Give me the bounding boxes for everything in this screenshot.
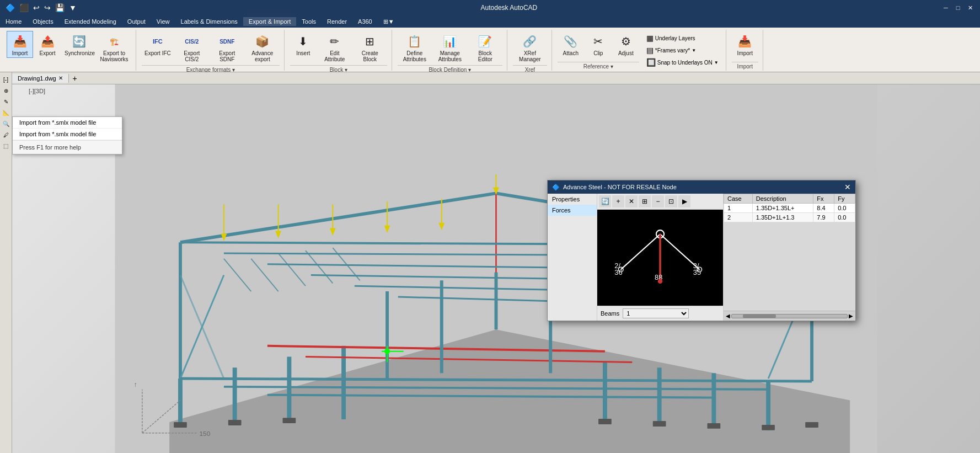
as-scrollbar: ◀ ▶	[724, 311, 855, 321]
as-right-panel: Case Description Fx Fy 1 1.35D+1.35L+ 8.…	[723, 194, 855, 321]
insert-icon: ⬇	[294, 33, 312, 50]
table-row[interactable]: 1 1.35D+1.35L+ 8.4 0.0	[724, 204, 855, 213]
app-icon: 🔷	[4, 2, 16, 13]
lt-button-4[interactable]: 📐	[1, 108, 11, 118]
scroll-left-button[interactable]: ◀	[725, 313, 731, 319]
lt-button-6[interactable]: 🖊	[1, 130, 11, 140]
export-icon: 📤	[39, 33, 56, 50]
undo-button[interactable]: ↩	[32, 2, 41, 13]
synchronize-button[interactable]: 🔄 Synchronize	[62, 31, 96, 58]
menu-labels-dimensions[interactable]: Labels & Dimensions	[175, 17, 243, 26]
clip-button[interactable]: ✂ Clip	[585, 31, 612, 58]
as-add-btn[interactable]: +	[612, 195, 624, 207]
menu-extended-modeling[interactable]: Extended Modeling	[59, 17, 122, 26]
manage-attributes-button[interactable]: 📊 Manage Attributes	[433, 31, 467, 64]
svg-rect-66	[762, 425, 775, 430]
ribbon-group-exchange-items: IFC Export IFC CIS/2 Export CIS/2 SDNF E…	[142, 31, 280, 64]
xref-manager-button[interactable]: 🔗 XRef Manager	[513, 31, 547, 64]
cad-viewport[interactable]: Drawing1.dwg ✕ + Import from *.smlx mode…	[12, 72, 980, 453]
ribbon-group-import-right: 📥 Import Import	[727, 30, 763, 71]
as-forces-item[interactable]: Forces	[548, 205, 597, 216]
as-collapse-btn[interactable]: −	[652, 195, 664, 207]
tab-drawing[interactable]: Drawing1.dwg ✕	[12, 74, 69, 83]
scrollbar-thumb[interactable]	[743, 315, 776, 318]
export-navisworks-button[interactable]: 🏗️ Export to Navisworks	[97, 31, 131, 64]
new-button[interactable]: ⬛	[18, 2, 30, 13]
export-sdnf-button[interactable]: SDNF Export SDNF	[210, 31, 244, 64]
attach-button[interactable]: 📎 Attach	[558, 31, 584, 58]
snap-underlays-button[interactable]: 🔲 Snap to Underlays ON ▼	[644, 57, 721, 68]
ribbon: 📥 Import 📤 Export 🔄 Synchronize 🏗️ Expor…	[0, 28, 980, 72]
svg-rect-60	[174, 422, 187, 428]
menu-a360[interactable]: A360	[352, 17, 378, 26]
insert-button[interactable]: ⬇ Insert	[290, 31, 317, 58]
export-navisworks-icon: 🏗️	[105, 33, 123, 50]
underlay-layers-button[interactable]: ▦ Underlay Layers	[644, 33, 721, 44]
menu-view[interactable]: View	[151, 17, 175, 26]
lt-button-3[interactable]: ✎	[1, 97, 11, 106]
lt-button-1[interactable]: [-]	[1, 74, 11, 84]
as-delete-btn[interactable]: ✕	[625, 195, 638, 207]
as-forces-table: Case Description Fx Fy 1 1.35D+1.35L+ 8.…	[724, 194, 855, 222]
ribbon-group-block-def: 📋 Define Attributes 📊 Manage Attributes …	[393, 30, 507, 71]
lt-button-5[interactable]: 🔍	[1, 119, 11, 129]
block-editor-button[interactable]: 📝 Block Editor	[468, 31, 502, 64]
import-smlx-1-option[interactable]: Import from *.smlx model file	[13, 117, 122, 129]
underlay-layers-icon: ▦	[646, 34, 654, 42]
tabbar: Drawing1.dwg ✕ +	[12, 72, 980, 84]
edit-attribute-button[interactable]: ✏ Edit Attribute	[318, 31, 352, 64]
as-expand-btn[interactable]: ⊞	[639, 195, 651, 207]
export-button[interactable]: 📤 Export	[34, 31, 61, 58]
advance-export-button[interactable]: 📦 Advance export	[245, 31, 280, 64]
left-toolbar: [-] ⊕ ✎ 📐 🔍 🖊 ⬚	[0, 72, 12, 453]
lt-button-7[interactable]: ⬚	[1, 141, 11, 151]
quick-access-toolbar: 🔷 ⬛ ↩ ↪ 💾 ▼	[4, 2, 78, 13]
as-dialog-body: Properties Forces 🔄 + ✕ ⊞ − ⊡ ▶	[548, 194, 855, 321]
scroll-right-button[interactable]: ▶	[848, 313, 854, 319]
svg-rect-67	[805, 422, 818, 428]
as-refresh-btn[interactable]: 🔄	[599, 195, 611, 207]
redo-button[interactable]: ↪	[43, 2, 52, 13]
import-button[interactable]: 📥 Import	[7, 31, 33, 58]
ribbon-group-main-items: 📥 Import 📤 Export 🔄 Synchronize 🏗️ Expor…	[7, 31, 131, 70]
col-fx: Fx	[813, 194, 834, 204]
reference-label: Reference ▾	[558, 62, 639, 70]
define-attributes-button[interactable]: 📋 Define Attributes	[398, 31, 432, 64]
as-beams-select[interactable]: 1	[623, 308, 689, 318]
menu-home[interactable]: Home	[0, 17, 27, 26]
as-dialog-close-button[interactable]: ✕	[844, 183, 851, 191]
as-properties-tab[interactable]: Properties	[548, 194, 597, 205]
create-block-button[interactable]: ⊞ Create Block	[353, 31, 387, 64]
row2-fy: 0.0	[834, 213, 855, 222]
menu-objects[interactable]: Objects	[27, 17, 58, 26]
col-case: Case	[724, 194, 753, 204]
menu-render[interactable]: Render	[322, 17, 352, 26]
advance-steel-dialog: 🔷 Advance Steel - NOT FOR RESALE Node ✕ …	[547, 180, 856, 321]
lt-button-2[interactable]: ⊕	[1, 86, 11, 95]
as-main-panel: 🔄 + ✕ ⊞ − ⊡ ▶	[597, 194, 723, 321]
save-button[interactable]: 💾	[54, 2, 66, 13]
export-cis2-button[interactable]: CIS/2 Export CIS/2	[175, 31, 209, 64]
dropdown-arrow[interactable]: ▼	[68, 2, 78, 13]
svg-text:↑: ↑	[134, 381, 137, 388]
minimize-button[interactable]: ─	[940, 2, 951, 13]
menu-export-import[interactable]: Export & Import	[243, 17, 296, 26]
frames-vary-label: *Frames vary*	[655, 47, 690, 54]
svg-rect-61	[228, 420, 242, 425]
table-row[interactable]: 2 1.35D+1L+1.3 7.9 0.0	[724, 213, 855, 222]
as-play-btn[interactable]: ▶	[678, 195, 690, 207]
adjust-button[interactable]: ⚙ Adjust	[613, 31, 639, 58]
close-window-button[interactable]: ✕	[965, 2, 976, 13]
export-ifc-button[interactable]: IFC Export IFC	[142, 31, 174, 58]
scrollbar-track[interactable]	[731, 314, 848, 318]
import-right-button[interactable]: 📥 Import	[732, 31, 758, 58]
frames-vary-button[interactable]: ▤ *Frames vary* ▼	[644, 45, 721, 56]
as-fit-btn[interactable]: ⊡	[665, 195, 677, 207]
tab-close-icon[interactable]: ✕	[58, 75, 63, 81]
menu-tools[interactable]: Tools	[296, 17, 322, 26]
menu-output[interactable]: Output	[122, 17, 151, 26]
new-tab-button[interactable]: +	[69, 72, 81, 84]
menu-extra[interactable]: ⊞▼	[378, 17, 400, 26]
import-smlx-2-option[interactable]: Import from *.smlx model file	[13, 129, 122, 140]
maximize-button[interactable]: □	[952, 2, 963, 13]
